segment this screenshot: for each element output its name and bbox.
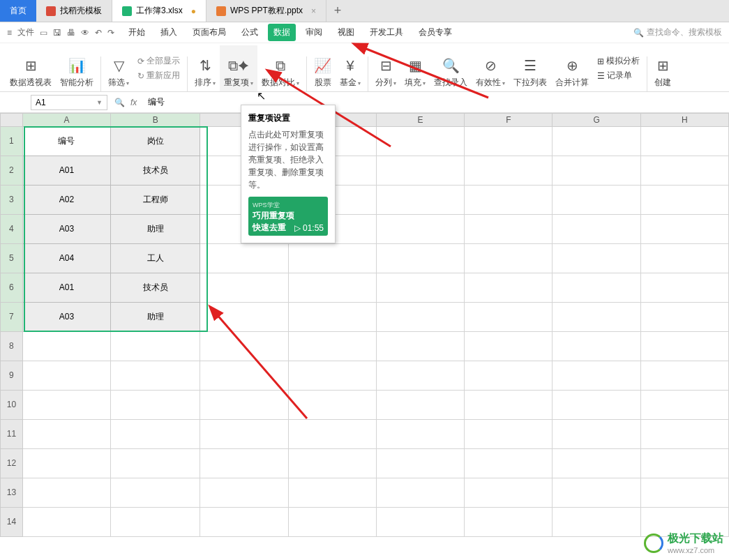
search-box[interactable]: 🔍 查找命令、搜索模板 — [633, 27, 722, 38]
cell[interactable] — [641, 449, 729, 478]
cell[interactable] — [465, 478, 553, 508]
new-tab-button[interactable]: + — [326, 0, 349, 22]
cell[interactable] — [553, 332, 640, 361]
row-header[interactable]: 3 — [0, 186, 23, 215]
close-icon[interactable]: × — [311, 6, 316, 16]
row-header[interactable]: 6 — [0, 273, 23, 303]
cell[interactable]: 技术员 — [111, 156, 200, 186]
cell[interactable] — [641, 186, 729, 215]
menu-layout[interactable]: 页面布局 — [187, 24, 232, 41]
cell[interactable] — [289, 332, 377, 361]
cell[interactable] — [641, 156, 729, 186]
row-header[interactable]: 11 — [0, 420, 23, 449]
cell[interactable] — [465, 361, 553, 391]
cell[interactable] — [23, 391, 111, 420]
cell[interactable] — [553, 244, 640, 273]
cell[interactable]: 编号 — [23, 127, 111, 156]
cell[interactable] — [553, 303, 640, 332]
cell[interactable] — [553, 186, 640, 215]
cell[interactable] — [641, 127, 729, 156]
cell[interactable] — [377, 215, 465, 244]
col-header[interactable]: F — [465, 113, 553, 127]
btn-record[interactable]: ☰记录单 — [597, 70, 640, 82]
cell[interactable] — [111, 391, 200, 420]
cell[interactable] — [200, 478, 288, 508]
cell[interactable] — [289, 361, 377, 391]
cell[interactable] — [641, 332, 729, 361]
btn-lookup[interactable]: 🔍查找录入 — [430, 45, 472, 91]
cell[interactable] — [200, 273, 288, 303]
btn-pivot[interactable]: ⊞数据透视表 — [6, 45, 56, 91]
cell[interactable] — [465, 449, 553, 478]
cell[interactable] — [377, 332, 465, 361]
col-header[interactable]: A — [23, 113, 111, 127]
cell[interactable] — [641, 215, 729, 244]
row-header[interactable]: 4 — [0, 215, 23, 244]
cell[interactable] — [377, 273, 465, 303]
cell[interactable]: 助理 — [111, 303, 200, 332]
btn-create[interactable]: ⊞创建 — [650, 45, 675, 91]
btn-fund[interactable]: ¥基金▾ — [336, 45, 365, 91]
cell[interactable] — [200, 361, 288, 391]
btn-dropdown[interactable]: ☰下拉列表 — [509, 45, 551, 91]
row-header[interactable]: 1 — [0, 127, 23, 156]
cell[interactable] — [111, 478, 200, 508]
cell[interactable] — [553, 478, 640, 508]
cell[interactable] — [641, 244, 729, 273]
cell[interactable] — [465, 127, 553, 156]
cell[interactable] — [641, 478, 729, 508]
cell[interactable] — [200, 391, 288, 420]
row-header[interactable]: 13 — [0, 478, 23, 508]
cell[interactable] — [641, 420, 729, 449]
cell[interactable] — [200, 332, 288, 361]
cell[interactable] — [200, 244, 288, 273]
menu-dev[interactable]: 开发工具 — [364, 24, 409, 41]
formula-content[interactable]: 编号 — [144, 96, 165, 108]
cell[interactable] — [377, 127, 465, 156]
cell[interactable] — [465, 508, 553, 537]
btn-split[interactable]: ⊟分列▾ — [371, 45, 400, 91]
cell[interactable] — [641, 391, 729, 420]
cell[interactable] — [23, 420, 111, 449]
save-icon[interactable]: 🖫 — [53, 28, 61, 38]
cell[interactable] — [377, 244, 465, 273]
tab-ppt[interactable]: WPS PPT教程.pptx × — [206, 0, 326, 22]
cell[interactable] — [465, 215, 553, 244]
cell[interactable] — [289, 303, 377, 332]
btn-showall[interactable]: ⟳全部显示 — [137, 55, 180, 67]
cell[interactable]: A02 — [23, 186, 111, 215]
cell[interactable]: A04 — [23, 244, 111, 273]
cell[interactable]: 工程师 — [111, 186, 200, 215]
cell[interactable] — [553, 508, 640, 537]
btn-sort[interactable]: ⇅排序▾ — [190, 45, 220, 91]
zoom-icon[interactable]: 🔍 — [114, 98, 125, 107]
cell[interactable] — [23, 449, 111, 478]
btn-reapply[interactable]: ↻重新应用 — [137, 70, 180, 82]
btn-consol[interactable]: ⊕合并计算 — [551, 45, 593, 91]
cell[interactable] — [553, 215, 640, 244]
row-header[interactable]: 9 — [0, 361, 23, 391]
cell[interactable] — [200, 449, 288, 478]
cell[interactable] — [377, 361, 465, 391]
undo-icon[interactable]: ↶ — [95, 28, 102, 38]
cell[interactable] — [465, 303, 553, 332]
btn-smart[interactable]: 📊智能分析 — [56, 45, 98, 91]
col-header[interactable]: B — [111, 113, 200, 127]
print-icon[interactable]: 🖶 — [67, 28, 75, 38]
tab-workbook[interactable]: 工作簿3.xlsx ● — [112, 0, 206, 22]
btn-filter[interactable]: ▽筛选▾ — [104, 45, 133, 91]
cell[interactable] — [553, 361, 640, 391]
cell[interactable] — [111, 361, 200, 391]
cell[interactable] — [289, 244, 377, 273]
menu-view[interactable]: 视图 — [332, 24, 360, 41]
cell[interactable] — [377, 508, 465, 537]
preview-icon[interactable]: 👁 — [81, 28, 89, 38]
cell[interactable] — [641, 303, 729, 332]
cell[interactable] — [553, 391, 640, 420]
btn-fill[interactable]: ▦填充▾ — [400, 45, 430, 91]
cell[interactable] — [377, 449, 465, 478]
cell[interactable] — [641, 361, 729, 391]
cell[interactable] — [465, 273, 553, 303]
cell[interactable] — [377, 478, 465, 508]
menu-vip[interactable]: 会员专享 — [413, 24, 458, 41]
